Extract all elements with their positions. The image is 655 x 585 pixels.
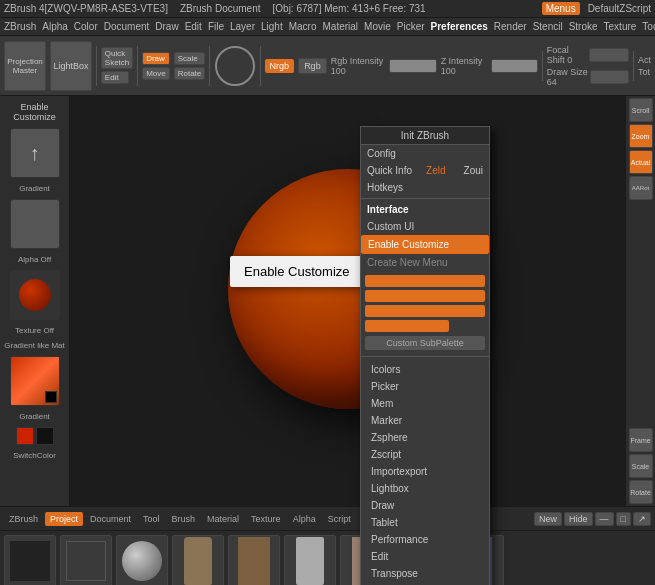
zbrush-menu-item[interactable]: ZBrush bbox=[4, 21, 36, 32]
projection-master-label: ProjectionMaster bbox=[7, 57, 43, 75]
dropdown-item-picker[interactable]: Picker bbox=[365, 378, 485, 395]
dropdown-item-draw[interactable]: Draw bbox=[365, 497, 485, 514]
draw-menu-item[interactable]: Draw bbox=[155, 21, 178, 32]
dropdown-item-icolors[interactable]: Icolors bbox=[365, 361, 485, 378]
tab-zbrush[interactable]: ZBrush bbox=[4, 512, 43, 526]
right-params: Nrgb Rgb Rgb Intensity 100 Z Intensity 1… bbox=[265, 45, 651, 87]
dropdown-item-transpose[interactable]: Transpose bbox=[365, 565, 485, 582]
shelf-item-figure1[interactable] bbox=[172, 535, 224, 586]
scale-sidebar-btn[interactable]: Scale bbox=[629, 454, 653, 478]
restore-btn[interactable]: □ bbox=[616, 512, 631, 526]
tab-document[interactable]: Document bbox=[85, 512, 136, 526]
shelf-figure-2 bbox=[238, 537, 270, 585]
rotate-btn[interactable]: Rotate bbox=[174, 67, 206, 80]
dropdown-item-tablet[interactable]: Tablet bbox=[365, 514, 485, 531]
shelf-item-figure3[interactable] bbox=[284, 535, 336, 586]
tab-texture[interactable]: Texture bbox=[246, 512, 286, 526]
tab-material[interactable]: Material bbox=[202, 512, 244, 526]
scroll-btn[interactable]: Scroll bbox=[629, 98, 653, 122]
custom-subpalette-btn[interactable]: Custom SubPalette bbox=[365, 336, 485, 350]
focal-shift-slider[interactable] bbox=[589, 48, 629, 62]
dropdown-item-mem[interactable]: Mem bbox=[365, 395, 485, 412]
macro-menu-item[interactable]: Macro bbox=[289, 21, 317, 32]
rgb-intensity-slider[interactable] bbox=[389, 59, 436, 73]
picker-menu-item[interactable]: Picker bbox=[397, 21, 425, 32]
scale-btn[interactable]: Scale bbox=[174, 52, 206, 65]
dropdown-item-marker[interactable]: Marker bbox=[365, 412, 485, 429]
interface-btn-4[interactable] bbox=[365, 320, 449, 332]
light-menu-item[interactable]: Light bbox=[261, 21, 283, 32]
layer-menu-item[interactable]: Layer bbox=[230, 21, 255, 32]
dropdown-item-zsphere[interactable]: Zsphere bbox=[365, 429, 485, 446]
color-a-swatch[interactable] bbox=[16, 427, 34, 445]
preferences-menu-item[interactable]: Preferences bbox=[431, 21, 488, 32]
color-swatch[interactable] bbox=[10, 356, 60, 406]
movie-menu-item[interactable]: Movie bbox=[364, 21, 391, 32]
shelf-item-sphere[interactable] bbox=[116, 535, 168, 586]
dropdown-item-custom-ui[interactable]: Custom UI bbox=[361, 218, 489, 235]
expand-btn[interactable]: ↗ bbox=[633, 512, 651, 526]
shelf-figure-1 bbox=[184, 537, 212, 585]
dropdown-item-quick-info[interactable]: Quick Info Zeld Zoui bbox=[361, 162, 489, 179]
shelf-gray-item bbox=[66, 541, 106, 581]
dropdown-item-importexport[interactable]: Importexport bbox=[365, 463, 485, 480]
rgb-btn[interactable]: Rgb bbox=[298, 58, 327, 74]
interface-btn-3[interactable] bbox=[365, 305, 485, 317]
rotate-sidebar-btn[interactable]: Rotate bbox=[629, 480, 653, 504]
file-menu-item[interactable]: File bbox=[208, 21, 224, 32]
render-menu-item[interactable]: Render bbox=[494, 21, 527, 32]
aarot-btn[interactable]: AARot bbox=[629, 176, 653, 200]
draw-btn[interactable]: Draw bbox=[142, 52, 170, 65]
tab-alpha[interactable]: Alpha bbox=[288, 512, 321, 526]
projection-master-btn[interactable]: ProjectionMaster bbox=[4, 41, 46, 91]
document-menu-item[interactable]: Document bbox=[104, 21, 150, 32]
new-btn[interactable]: New bbox=[534, 512, 562, 526]
quick-sketch-btn[interactable]: QuickSketch bbox=[101, 47, 133, 69]
tab-script[interactable]: Script bbox=[323, 512, 356, 526]
nrgb-btn[interactable]: Nrgb bbox=[265, 59, 295, 73]
lightbox-btn[interactable]: LightBox bbox=[50, 41, 92, 91]
color-menu-item[interactable]: Color bbox=[74, 21, 98, 32]
dropdown-item-edit[interactable]: Edit bbox=[365, 548, 485, 565]
move-btn[interactable]: Move bbox=[142, 67, 170, 80]
shelf-item-figure2[interactable] bbox=[228, 535, 280, 586]
interface-btn-1[interactable] bbox=[365, 275, 485, 287]
canvas-area[interactable]: Enable Customize bbox=[70, 96, 625, 506]
tab-brush[interactable]: Brush bbox=[167, 512, 201, 526]
tab-tool[interactable]: Tool bbox=[138, 512, 165, 526]
menus-btn[interactable]: Menus bbox=[542, 2, 580, 15]
tab-project[interactable]: Project bbox=[45, 512, 83, 526]
dropdown-item-enable-customize[interactable]: Enable Customize bbox=[361, 235, 489, 254]
dropdown-item-zscript[interactable]: Zscript bbox=[365, 446, 485, 463]
minimize-btn[interactable]: — bbox=[595, 512, 614, 526]
edit-btn[interactable]: Edit bbox=[101, 71, 129, 84]
draw-size-slider[interactable] bbox=[590, 70, 629, 84]
select-tool-btn[interactable]: ↑ bbox=[10, 128, 60, 178]
interface-btn-2[interactable] bbox=[365, 290, 485, 302]
switch-color-label: SwitchColor bbox=[13, 451, 56, 460]
alpha-btn[interactable] bbox=[10, 199, 60, 249]
dropdown-item-interface[interactable]: Interface bbox=[361, 201, 489, 218]
dropdown-item-lightbox[interactable]: Lightbox bbox=[365, 480, 485, 497]
alpha-menu-item[interactable]: Alpha bbox=[42, 21, 68, 32]
stencil-menu-item[interactable]: Stencil bbox=[533, 21, 563, 32]
material-menu-item[interactable]: Material bbox=[323, 21, 359, 32]
dropdown-item-performance[interactable]: Performance bbox=[365, 531, 485, 548]
z-intensity-slider[interactable] bbox=[491, 59, 538, 73]
shelf-item-dark[interactable] bbox=[60, 535, 112, 586]
frame-btn[interactable]: Frame bbox=[629, 428, 653, 452]
stroke-menu-item[interactable]: Stroke bbox=[569, 21, 598, 32]
color-b-swatch[interactable] bbox=[36, 427, 54, 445]
dropdown-item-config[interactable]: Config bbox=[361, 145, 489, 162]
texture-btn[interactable] bbox=[10, 270, 60, 320]
edit-menu-item[interactable]: Edit bbox=[185, 21, 202, 32]
dropdown-item-hotkeys[interactable]: Hotkeys bbox=[361, 179, 489, 196]
texture-menu-item[interactable]: Texture bbox=[604, 21, 637, 32]
main-area: Enable Customize ↑ Gradient Alpha Off Te… bbox=[0, 96, 655, 506]
actual-btn[interactable]: Actual bbox=[629, 150, 653, 174]
dropdown-item-create-menu[interactable]: Create New Menu bbox=[361, 254, 489, 271]
zoom-btn[interactable]: Zoom bbox=[629, 124, 653, 148]
tool-menu-item[interactable]: Tool bbox=[642, 21, 655, 32]
hide-btn[interactable]: Hide bbox=[564, 512, 593, 526]
shelf-item-blank[interactable] bbox=[4, 535, 56, 586]
